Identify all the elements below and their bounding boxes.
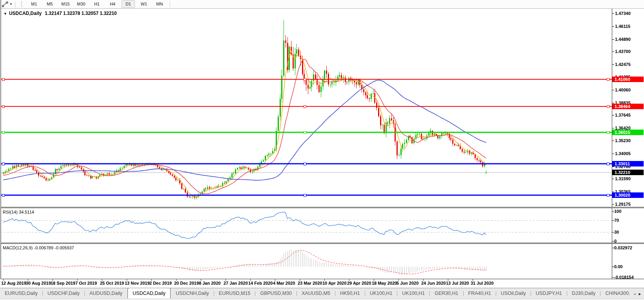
price-tick-label: 1.44890 [615, 37, 631, 42]
tab-bar-strip [0, 298, 644, 300]
toolbar-separator [170, 1, 170, 7]
chart-tab-uk100-h1[interactable]: UK100,H1 [397, 289, 429, 298]
hline-handle[interactable] [2, 194, 5, 197]
panel-separator[interactable] [0, 207, 644, 208]
chart-tab-hk50-h1[interactable]: HK50,H1 [335, 289, 365, 298]
rsi-label: RSI(14) 34.5114 [3, 210, 34, 214]
timeframe-button-m30[interactable]: M30 [75, 0, 88, 8]
chart-title: ▼USDCAD,Daily1.32147 1.32378 1.32057 1.3… [4, 11, 117, 16]
date-tick-label: 7 Oct 2019 [75, 281, 97, 285]
date-tick-label: 30 Aug 2019 [26, 281, 51, 285]
toolbar-grip [21, 2, 23, 7]
chart-tool-button[interactable]: ▼ [2, 2, 13, 7]
price-axis-border [612, 9, 612, 279]
current-price-label: 1.32210 [612, 170, 644, 175]
date-tick-label: 2 Dec 2019 [149, 281, 172, 285]
date-tick-label: 25 Oct 2019 [100, 281, 124, 285]
price-tick-mark [612, 51, 614, 52]
timeframe-button-m5[interactable]: M5 [43, 0, 56, 8]
chart-context-menu-icon[interactable]: ▼ [4, 12, 7, 16]
hline-price-label: 1.33011 [612, 161, 644, 166]
timeframe-button-m1[interactable]: M1 [27, 0, 41, 8]
price-tick-mark [612, 128, 614, 128]
chart-tab-audusd-daily[interactable]: AUDUSD,Daily [85, 289, 127, 298]
toolbar-separator [15, 1, 15, 7]
hline-price-label: 1.38464 [612, 104, 644, 109]
chart-tab-usdjpy-h1[interactable]: USDJPY,H1 [531, 289, 567, 298]
rsi-tick-label: 70 [614, 218, 619, 223]
timeframe-button-d1[interactable]: D1 [122, 0, 135, 8]
timeframe-button-mn[interactable]: MN [153, 0, 166, 8]
hline-handle[interactable] [304, 194, 306, 197]
timeframe-toolbar: ▼ M1M5M15M30H1H4D1W1MN [0, 0, 644, 9]
tab-scroll-controls: ◂ ▸ [629, 289, 642, 298]
hline-price-label: 1.41060 [612, 77, 644, 82]
timeframe-button-h4[interactable]: H4 [106, 0, 119, 8]
chart-tab-usoil-daily[interactable]: USOil,Daily [496, 289, 531, 298]
macd-label: MACD(12,26,9) -0.006789 -0.005937 [3, 245, 74, 250]
date-tick-label: 18 Sep 2019 [51, 281, 75, 285]
line-study-icon [2, 2, 8, 7]
price-tick-label: 1.31590 [615, 176, 631, 181]
price-tick-label: 1.29175 [615, 202, 631, 207]
hline-handle[interactable] [2, 131, 5, 134]
price-tick-label: 1.37645 [615, 113, 631, 117]
chart-tab-ger30-h1[interactable]: GER30,H1 [430, 289, 463, 298]
tabs-scroll-right-icon[interactable]: ▸ [639, 291, 641, 296]
date-tick-label: 8 Jan 2020 [199, 281, 221, 285]
date-tick-label: 20 Dec 2019 [174, 281, 199, 285]
macd-tick-label: 0.032972 [614, 245, 632, 250]
date-tick-label: 29 Apr 2020 [347, 281, 371, 285]
price-tick-mark [612, 13, 614, 14]
price-tick-mark [612, 26, 614, 27]
date-tick-label: 4 Mar 2020 [273, 281, 295, 285]
chart-title-symbol: USDCAD,Daily [9, 11, 42, 16]
price-tick-label: 1.40060 [615, 88, 631, 92]
hline-handle[interactable] [607, 163, 609, 165]
rsi-tick-label: 100 [614, 209, 621, 214]
chart-tab-usdcad-daily[interactable]: USDCAD,Daily [127, 288, 171, 298]
hline-handle[interactable] [2, 163, 5, 165]
timeframe-button-h1[interactable]: H1 [90, 0, 104, 8]
chart-tab-eurusd-daily[interactable]: EURUSD,Daily [0, 289, 42, 298]
price-tick-label: 1.35230 [615, 138, 631, 143]
chart-tab-uk100-h1[interactable]: UK100,H1 [365, 289, 397, 298]
hline-handle[interactable] [2, 105, 5, 108]
date-tick-label: 24 Jun 2020 [421, 281, 446, 285]
chart-tab-usdcnh-daily[interactable]: USDCNH,Daily [171, 289, 214, 298]
chart-tab-xauusd-m5[interactable]: XAUUSD,M5 [297, 289, 335, 298]
macd-indicator-canvas[interactable] [0, 244, 612, 279]
window-left-border [0, 0, 1, 279]
chart-tab-usdchf-daily[interactable]: USDCHF,Daily [43, 289, 84, 298]
price-tick-mark [612, 166, 614, 167]
timeframe-buttons: M1M5M15M30H1H4D1W1MN [26, 0, 167, 8]
timeframe-button-m15[interactable]: M15 [59, 0, 72, 8]
hline-handle[interactable] [304, 131, 306, 134]
chart-tab-fra40-h1[interactable]: FRA40,H1 [464, 289, 496, 298]
date-tick-label: 14 Feb 2020 [248, 281, 273, 285]
date-axis[interactable]: 12 Aug 201930 Aug 201918 Sep 20197 Oct 2… [0, 279, 644, 288]
tabs-scroll-left-icon[interactable]: ◂ [633, 291, 636, 296]
chart-tab-gbpusd-m30[interactable]: GBPUSD,M30 [255, 289, 297, 298]
chart-tab-dj30-daily[interactable]: DJ30,Daily [567, 289, 600, 298]
hline-price-label: 1.36015 [612, 130, 644, 135]
panel-separator[interactable] [0, 243, 644, 244]
hline-handle[interactable] [607, 105, 609, 108]
hline-handle[interactable] [304, 78, 306, 81]
price-tick-mark [612, 141, 614, 141]
price-tick-mark [612, 39, 614, 40]
chart-tool-dropdown-icon[interactable]: ▼ [9, 2, 13, 6]
date-tick-label: 12 Aug 2019 [1, 281, 26, 285]
hline-handle[interactable] [304, 163, 306, 165]
chart-tab-bar: EURUSD,DailyUSDCHF,DailyAUDUSD,DailyUSDC… [0, 288, 644, 300]
hline-handle[interactable] [607, 194, 609, 197]
hline-handle[interactable] [607, 78, 609, 81]
mt4-application-window: ▼ M1M5M15M30H1H4D1W1MN ▼USDCAD,Daily1.32… [0, 0, 644, 300]
hline-handle[interactable] [304, 105, 306, 108]
price-tick-mark [612, 154, 614, 154]
timeframe-button-w1[interactable]: W1 [137, 0, 151, 8]
hline-handle[interactable] [607, 131, 609, 134]
hline-handle[interactable] [2, 78, 5, 81]
rsi-indicator-canvas[interactable] [0, 208, 612, 243]
chart-tab-eurusd-m15[interactable]: EURUSD,M15 [214, 289, 255, 298]
